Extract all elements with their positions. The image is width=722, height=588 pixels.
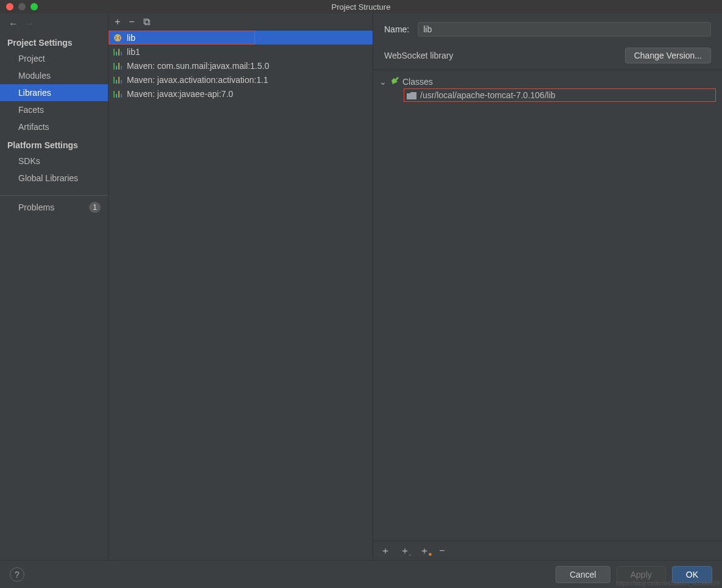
chevron-down-icon[interactable]: ⌄ bbox=[379, 77, 387, 87]
sidebar-item-libraries[interactable]: Libraries bbox=[0, 84, 108, 101]
sidebar: ← → Project Settings Project Modules Lib… bbox=[0, 13, 109, 560]
library-row[interactable]: Maven: com.sun.mail:javax.mail:1.5.0 bbox=[109, 59, 373, 73]
window-close-icon[interactable] bbox=[6, 3, 13, 10]
sidebar-item-artifacts[interactable]: Artifacts bbox=[0, 118, 108, 135]
library-row[interactable]: lib1 bbox=[109, 45, 373, 59]
svg-point-0 bbox=[114, 34, 121, 41]
library-bars-icon bbox=[112, 61, 123, 71]
remove-library-button[interactable]: − bbox=[129, 17, 134, 27]
problems-count-badge: 1 bbox=[89, 202, 101, 213]
detail-toolbar: ＋ ＋⌄ ＋■ − bbox=[373, 540, 722, 560]
library-name-input[interactable] bbox=[418, 22, 711, 37]
sidebar-item-project[interactable]: Project bbox=[0, 50, 108, 67]
help-button[interactable]: ? bbox=[10, 567, 24, 582]
add-library-button[interactable]: + bbox=[115, 17, 120, 27]
tree-node-classes[interactable]: ⌄ Classes bbox=[379, 75, 716, 88]
sidebar-item-facets[interactable]: Facets bbox=[0, 101, 108, 118]
copy-library-button[interactable]: ⧉ bbox=[143, 17, 150, 27]
window-minimize-icon[interactable] bbox=[18, 3, 26, 10]
sidebar-item-sdks[interactable]: SDKs bbox=[0, 152, 108, 170]
sidebar-item-modules[interactable]: Modules bbox=[0, 67, 108, 84]
name-label: Name: bbox=[384, 24, 409, 34]
dialog-footer: ? Cancel Apply OK bbox=[0, 560, 722, 588]
folder-icon bbox=[407, 91, 416, 99]
remove-root-button[interactable]: − bbox=[439, 546, 445, 556]
library-list-toolbar: + − ⧉ bbox=[109, 13, 373, 30]
titlebar: Project Structure bbox=[0, 0, 722, 13]
library-row-label: Maven: javax.activation:activation:1.1 bbox=[127, 75, 268, 85]
sidebar-section-project-settings: Project Settings bbox=[0, 33, 108, 50]
add-folder-button[interactable]: ＋⌄ bbox=[400, 546, 410, 556]
library-list-panel: + − ⧉ liblib1Maven: com.sun.mail:javax.m… bbox=[109, 13, 373, 560]
window-zoom-icon[interactable] bbox=[30, 3, 38, 10]
library-list[interactable]: liblib1Maven: com.sun.mail:javax.mail:1.… bbox=[109, 30, 373, 560]
nav-back-icon[interactable]: ← bbox=[9, 18, 18, 29]
library-detail-panel: Name: WebSocket library Change Version..… bbox=[373, 13, 722, 560]
tomcat-icon bbox=[112, 33, 123, 43]
sidebar-item-problems[interactable]: Problems 1 bbox=[0, 195, 108, 215]
nav-forward-icon: → bbox=[24, 18, 34, 29]
library-bars-icon bbox=[112, 89, 123, 99]
sidebar-section-platform-settings: Platform Settings bbox=[0, 135, 108, 152]
library-type-label: WebSocket library bbox=[384, 51, 453, 60]
tree-node-label: Classes bbox=[402, 77, 433, 87]
watermark: https://blog.csdn.net/weixin_45366499 bbox=[616, 580, 720, 587]
library-tree[interactable]: ⌄ Classes /usr/local/apache-tomcat-7.0.1… bbox=[373, 70, 722, 540]
change-version-button[interactable]: Change Version... bbox=[625, 48, 711, 63]
library-bars-icon bbox=[112, 75, 123, 85]
library-row-label: lib1 bbox=[127, 47, 140, 57]
hammer-icon bbox=[390, 77, 399, 87]
window-title: Project Structure bbox=[0, 2, 722, 12]
tree-leaf-label: /usr/local/apache-tomcat-7.0.106/lib bbox=[420, 90, 556, 100]
library-row[interactable]: Maven: javax:javaee-api:7.0 bbox=[109, 87, 373, 101]
cancel-button[interactable]: Cancel bbox=[556, 566, 610, 583]
sidebar-item-global-libraries[interactable]: Global Libraries bbox=[0, 170, 108, 187]
library-row[interactable]: lib bbox=[109, 30, 373, 45]
library-bars-icon bbox=[112, 47, 123, 57]
add-url-button[interactable]: ＋■ bbox=[420, 546, 429, 556]
tree-leaf-path[interactable]: /usr/local/apache-tomcat-7.0.106/lib bbox=[404, 88, 716, 102]
add-root-button[interactable]: ＋ bbox=[381, 546, 390, 556]
library-row[interactable]: Maven: javax.activation:activation:1.1 bbox=[109, 73, 373, 87]
library-row-label: Maven: javax:javaee-api:7.0 bbox=[127, 89, 233, 99]
sidebar-problems-label: Problems bbox=[18, 203, 54, 212]
library-row-label: Maven: com.sun.mail:javax.mail:1.5.0 bbox=[127, 61, 269, 71]
library-row-label: lib bbox=[127, 33, 135, 43]
